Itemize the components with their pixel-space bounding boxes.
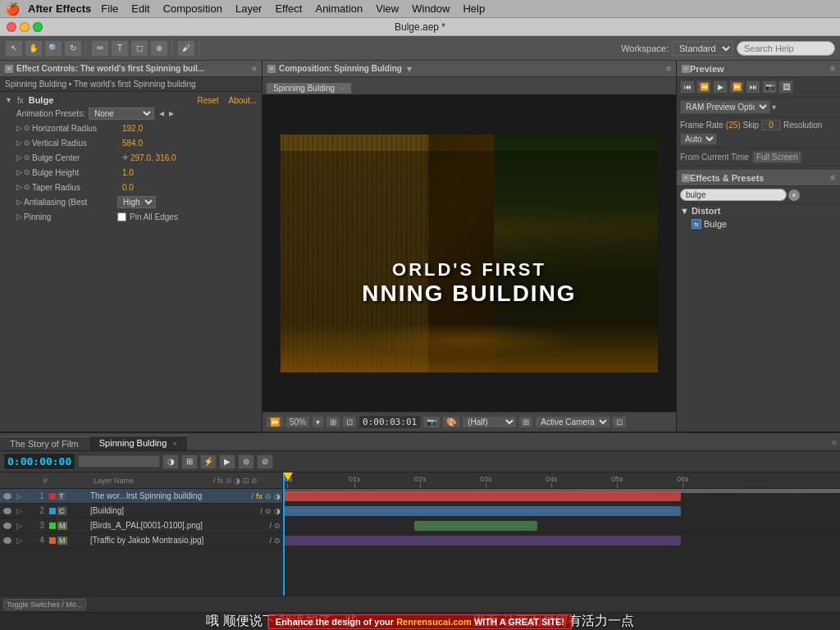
horiz-radius-value[interactable]: 192.0 <box>122 124 143 133</box>
layer-4-shy[interactable]: / <box>269 536 272 545</box>
effects-search-clear[interactable]: × <box>788 189 800 201</box>
pan-tool[interactable]: ✋ <box>25 40 43 57</box>
layer-1-shy[interactable]: / <box>251 492 253 500</box>
horiz-radius-stopwatch[interactable]: ⊙ <box>24 124 30 132</box>
layer-2-expand[interactable]: ▷ <box>13 507 25 515</box>
taper-radius-value[interactable]: 0.0 <box>122 183 134 192</box>
comp-tab-close[interactable]: × <box>340 84 345 93</box>
taper-radius-stopwatch[interactable]: ⊙ <box>24 183 30 191</box>
layer-4-expand[interactable]: ▷ <box>13 536 25 545</box>
frame-blend-btn[interactable]: ⊘ <box>257 454 273 469</box>
maximize-button[interactable] <box>33 22 43 32</box>
ram-options-arrow[interactable]: ▾ <box>772 103 776 112</box>
play-btn[interactable]: ▶ <box>713 80 728 94</box>
antialiasing-select[interactable]: HighLow <box>117 196 156 208</box>
timeline-menu[interactable]: ≡ <box>829 435 840 450</box>
layer-3-row[interactable]: ▷ 3 M [Birds_A_PAL[0001-0100].png] / ⊙ <box>0 518 282 533</box>
layer-1-expand[interactable]: ▷ <box>13 492 25 500</box>
bulge-center-value[interactable]: 297.0, 316.0 <box>130 153 176 162</box>
comp-3d-btn[interactable]: ⊡ <box>612 416 627 428</box>
minimize-button[interactable] <box>20 22 30 32</box>
bulge-effect-item[interactable]: fx Bulge <box>677 217 840 231</box>
taper-radius-twist[interactable]: ▷ <box>16 183 22 191</box>
bulge-twist-icon[interactable]: ▼ <box>5 96 12 104</box>
layer-2-row[interactable]: ▷ 2 C [Building] / ⊙ ◑ <box>0 504 282 518</box>
solo-mode-btn[interactable]: ◑ <box>162 454 179 469</box>
fast-preview-btn[interactable]: ▶ <box>219 454 235 469</box>
effects-search-input[interactable] <box>680 189 787 201</box>
vert-radius-value[interactable]: 584.0 <box>122 139 143 148</box>
track-bar-2[interactable] <box>283 506 681 516</box>
layer-4-visibility[interactable] <box>2 537 13 544</box>
effect-menu[interactable]: Effect <box>268 1 308 16</box>
help-menu[interactable]: Help <box>456 1 491 16</box>
snapshot-btn[interactable]: 📷 <box>762 80 777 94</box>
animation-menu[interactable]: Animation <box>308 1 369 16</box>
layer-1-3d[interactable]: ◑ <box>274 492 281 500</box>
comp-camera-select[interactable]: Active Camera <box>535 416 610 428</box>
bulge-height-value[interactable]: 1.0 <box>122 168 134 177</box>
search-input[interactable] <box>737 41 835 56</box>
comp-mini-flowchart[interactable]: ⊞ <box>181 454 198 469</box>
bulge-height-twist[interactable]: ▷ <box>16 168 22 176</box>
step-forward-btn[interactable]: ⏩ <box>729 80 744 94</box>
comp-mask-btn[interactable]: ⊡ <box>342 416 357 428</box>
track-bar-4[interactable] <box>283 536 681 546</box>
skip-input[interactable] <box>761 120 781 130</box>
effects-presets-menu[interactable]: ≡ <box>830 173 835 182</box>
vert-radius-stopwatch[interactable]: ⊙ <box>24 139 30 147</box>
comp-zoom-select[interactable]: ▾ <box>312 416 324 428</box>
horiz-radius-twist[interactable]: ▷ <box>16 124 22 132</box>
preview-close[interactable]: × <box>682 65 690 73</box>
track-bar-1[interactable] <box>283 491 681 501</box>
full-screen-btn[interactable]: Full Screen <box>752 151 802 163</box>
selection-tool[interactable]: ↖ <box>5 40 23 57</box>
ram-preview-select[interactable]: RAM Preview Options <box>680 100 770 114</box>
distort-category[interactable]: ▼ Distort <box>677 204 840 217</box>
layer-1-row[interactable]: ▷ 1 T The wor...lrst Spinning building /… <box>0 489 282 504</box>
layer-3-visibility[interactable] <box>2 523 13 529</box>
story-of-film-tab[interactable]: The Story of Film <box>0 436 89 450</box>
comp-camera-btn[interactable]: 📷 <box>422 416 441 428</box>
edit-menu[interactable]: Edit <box>125 1 156 16</box>
preview-menu[interactable]: ≡ <box>830 64 835 73</box>
layer-3-quality[interactable]: ⊙ <box>274 522 281 530</box>
layer-1-visibility[interactable] <box>2 493 13 500</box>
step-back-btn[interactable]: ⏪ <box>696 80 711 94</box>
composition-menu[interactable]: Composition <box>157 1 229 16</box>
workspace-select[interactable]: Standard <box>672 41 733 56</box>
clone-tool[interactable]: ⊕ <box>150 40 168 57</box>
comp-current-time[interactable]: 0:00:03:01 <box>358 415 421 429</box>
bulge-center-stopwatch[interactable]: ⊙ <box>24 153 30 162</box>
window-menu[interactable]: Window <box>405 1 456 16</box>
resolution-select[interactable]: AutoFullHalf <box>680 133 717 145</box>
vert-radius-twist[interactable]: ▷ <box>16 139 22 147</box>
comp-playback-icon[interactable]: ⏩ <box>266 416 284 428</box>
app-name-menu[interactable]: After Effects <box>25 1 94 16</box>
about-button[interactable]: About... <box>229 96 257 105</box>
layer-menu[interactable]: Layer <box>229 1 269 16</box>
layer-2-quality[interactable]: ⊙ <box>265 507 272 515</box>
show-snapshot-btn[interactable]: 🖼 <box>778 80 793 94</box>
effect-controls-close[interactable]: × <box>5 65 13 73</box>
layer-3-expand[interactable]: ▷ <box>13 522 25 530</box>
frame-rate-value[interactable]: (25) <box>726 121 741 130</box>
rotate-tool[interactable]: ↻ <box>64 40 82 57</box>
composition-dropdown-icon[interactable]: ▾ <box>407 63 412 75</box>
reset-button[interactable]: Reset <box>197 96 218 105</box>
prev-preset-btn[interactable]: ◀ <box>159 110 164 117</box>
close-button[interactable] <box>7 22 16 32</box>
anim-presets-select[interactable]: None <box>89 107 154 120</box>
toggle-switches-btn[interactable]: Toggle Switches / Mo... <box>3 599 86 610</box>
layer-1-fx[interactable]: fx <box>256 492 262 500</box>
antialiasing-twist[interactable]: ▷ <box>16 198 22 206</box>
composition-menu[interactable]: ≡ <box>666 64 671 73</box>
bulge-center-twist[interactable]: ▷ <box>16 153 22 162</box>
pen-tool[interactable]: ✏ <box>91 40 109 57</box>
effect-controls-menu[interactable]: ≡ <box>252 64 257 73</box>
pin-all-edges-checkbox[interactable] <box>117 212 126 221</box>
comp-grid-btn[interactable]: ⊞ <box>326 416 340 428</box>
goto-first-btn[interactable]: ⏮ <box>680 80 695 94</box>
track-bar-3[interactable] <box>414 521 537 531</box>
pinning-twist[interactable]: ▷ <box>16 212 22 221</box>
